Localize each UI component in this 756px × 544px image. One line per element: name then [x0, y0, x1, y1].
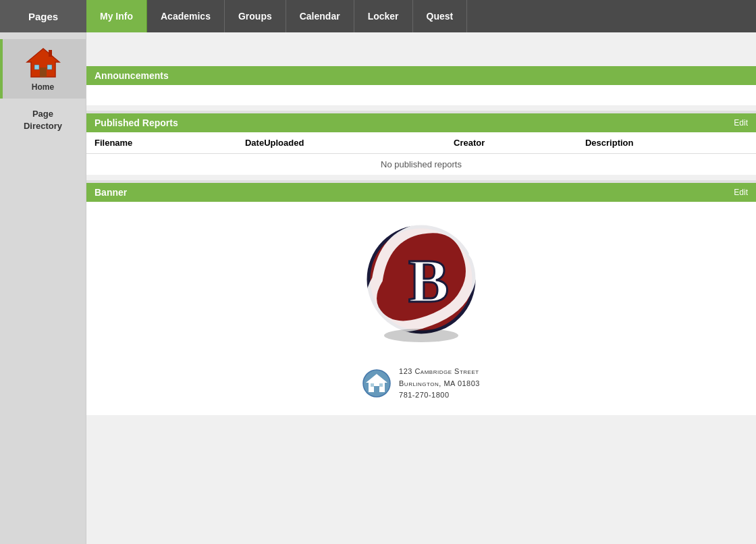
svg-rect-15 — [371, 383, 374, 387]
content-inner: Announcements Published Reports Edit — [86, 32, 756, 415]
top-nav: Pages My Info Academics Groups Calendar … — [0, 0, 756, 32]
svg-rect-16 — [379, 383, 383, 387]
nav-tabs: My Info Academics Groups Calendar Locker… — [86, 0, 756, 32]
banner-section: Banner Edit — [86, 183, 756, 415]
col-description: Description — [577, 132, 756, 154]
nav-tab-calendar[interactable]: Calendar — [286, 0, 354, 32]
banner-body: B — [86, 202, 756, 415]
announcements-section: Announcements — [86, 66, 756, 105]
address-icon — [362, 369, 391, 398]
svg-point-10 — [384, 329, 458, 342]
banner-edit[interactable]: Edit — [734, 188, 748, 197]
b-logo-svg: B — [364, 215, 479, 344]
published-reports-header: Published Reports Edit — [86, 113, 756, 132]
svg-rect-14 — [374, 386, 379, 392]
pages-header: Pages — [0, 0, 86, 32]
announcements-header: Announcements — [86, 66, 756, 85]
no-reports-msg: No published reports — [86, 154, 756, 175]
published-reports-title: Published Reports — [94, 117, 178, 128]
svg-text:B: B — [408, 248, 449, 315]
address-block: 123 Cambridge Street Burlington, MA 0180… — [362, 366, 480, 402]
sidebar-item-home[interactable]: Home — [0, 39, 86, 99]
banner-title: Banner — [94, 187, 127, 198]
address-line3: 781-270-1800 — [399, 389, 480, 402]
nav-tab-locker[interactable]: Locker — [354, 0, 413, 32]
table-row-empty: No published reports — [86, 154, 756, 175]
published-reports-section: Published Reports Edit Filename DateUplo… — [86, 113, 756, 175]
announcements-body — [86, 85, 756, 105]
svg-rect-4 — [47, 65, 52, 70]
main-area: Home PageDirectory Announcements — [0, 32, 756, 544]
top-space — [86, 32, 756, 66]
sidebar: Home PageDirectory — [0, 32, 86, 544]
col-creator: Creator — [446, 132, 577, 154]
banner-logo: B — [364, 215, 479, 346]
nav-tab-academics[interactable]: Academics — [147, 0, 225, 32]
home-label: Home — [32, 82, 54, 92]
nav-tab-my-info[interactable]: My Info — [86, 0, 147, 32]
app-wrapper: Pages My Info Academics Groups Calendar … — [0, 0, 756, 544]
col-filename: Filename — [86, 132, 237, 154]
nav-tab-groups[interactable]: Groups — [225, 0, 286, 32]
content-area: Announcements Published Reports Edit — [86, 32, 756, 544]
col-dateuploaded: DateUploaded — [237, 132, 446, 154]
svg-rect-5 — [49, 50, 52, 57]
address-line1: 123 Cambridge Street — [399, 366, 480, 378]
pages-label: Pages — [28, 11, 58, 22]
active-indicator — [0, 39, 3, 99]
svg-rect-3 — [34, 65, 39, 70]
announcements-title: Announcements — [94, 70, 169, 81]
svg-rect-2 — [40, 67, 47, 77]
published-reports-edit[interactable]: Edit — [734, 118, 748, 128]
banner-header: Banner Edit — [86, 183, 756, 202]
reports-table: Filename DateUploaded Creator Descriptio… — [86, 132, 756, 175]
home-icon — [26, 46, 61, 80]
sidebar-item-page-directory[interactable]: PageDirectory — [0, 99, 86, 139]
address-line2: Burlington, MA 01803 — [399, 378, 480, 390]
address-text: 123 Cambridge Street Burlington, MA 0180… — [399, 366, 480, 402]
published-reports-body: Filename DateUploaded Creator Descriptio… — [86, 132, 756, 175]
page-directory-label: PageDirectory — [24, 108, 62, 132]
nav-tab-quest[interactable]: Quest — [413, 0, 468, 32]
